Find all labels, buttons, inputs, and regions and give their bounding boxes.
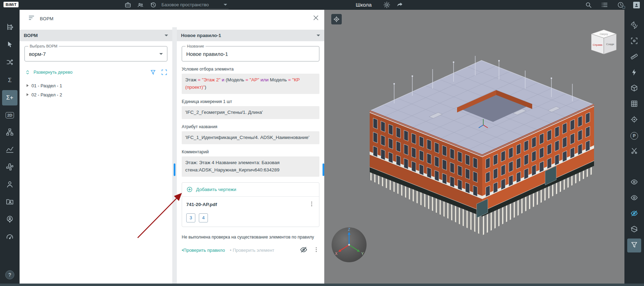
rule-section-title: Новое правило-1 xyxy=(181,33,221,38)
tool-filter[interactable] xyxy=(627,239,641,252)
tool-quick-measure[interactable] xyxy=(627,66,641,80)
comment-value: Этаж: Этаж 4 Название элемента: Базовая … xyxy=(182,156,319,177)
tool-focus[interactable] xyxy=(627,113,641,127)
plan-icon: P xyxy=(630,132,638,140)
tool-measure[interactable] xyxy=(627,50,641,64)
view-cube[interactable]: Справа Сзади Сверху xyxy=(589,28,619,58)
tree-item[interactable]: 01 - Раздел - 1 xyxy=(24,81,167,90)
actions-kebab-menu-icon[interactable] xyxy=(313,247,319,254)
tool-structure[interactable] xyxy=(2,125,17,140)
model-tree-icon xyxy=(6,23,14,33)
account-user-icon[interactable] xyxy=(633,2,640,8)
axis-z-label: Z xyxy=(348,228,350,232)
select-icon xyxy=(6,41,14,50)
rule-name-input[interactable] xyxy=(186,51,315,57)
history-icon[interactable] xyxy=(150,1,157,8)
condition-box: Этаж = "Этаж 2" и (Модель = "АР" или Мод… xyxy=(182,74,319,94)
page-chip[interactable]: 3 xyxy=(186,213,195,222)
workspace-select[interactable]: Базовое пространство xyxy=(160,1,229,9)
graphs-icon xyxy=(6,145,14,155)
attribute-value: 'IFC_1_Идентификация_Стены/4. ADSK_Наиме… xyxy=(182,131,319,144)
model-icon xyxy=(630,84,638,93)
settings-gear-icon[interactable] xyxy=(383,1,391,9)
search-icon[interactable] xyxy=(585,1,592,8)
expand-arrow-icon xyxy=(27,84,29,87)
tool-section-cut[interactable] xyxy=(627,145,641,159)
tool-visibility-off[interactable] xyxy=(627,207,641,221)
vorm-select-label: Выбрать ВОРМ xyxy=(28,44,59,48)
fit-frame-icon[interactable] xyxy=(161,69,167,75)
drawing-file-name[interactable]: 741-20-АР.pdf xyxy=(186,202,217,207)
vorm-section-title: ВОРМ xyxy=(24,33,38,38)
chevron-down-icon xyxy=(165,35,168,36)
tool-users[interactable] xyxy=(2,177,17,193)
rule-section-header[interactable]: Новое правило-1 xyxy=(177,30,324,41)
tool-orbit[interactable] xyxy=(627,19,641,33)
tool-model[interactable] xyxy=(627,82,641,96)
panel-menu-icon[interactable] xyxy=(28,14,35,23)
recent-icon[interactable] xyxy=(617,1,624,8)
tool-view-2d[interactable]: 2D xyxy=(2,108,17,123)
tool-clip-box[interactable] xyxy=(627,223,641,237)
team-icon[interactable] xyxy=(137,1,144,8)
panel-divider[interactable] xyxy=(172,27,177,284)
zoom-extents-button[interactable] xyxy=(331,14,342,24)
connections-icon xyxy=(6,58,14,68)
list-menu-icon[interactable] xyxy=(601,1,608,8)
add-drawings-button[interactable]: Добавить чертежи xyxy=(182,183,319,197)
chevron-down-icon xyxy=(224,4,227,6)
tree-item[interactable]: 02 - Раздел - 2 xyxy=(24,90,167,99)
project-title: Школа xyxy=(356,2,372,8)
tool-visibility-2[interactable] xyxy=(627,191,641,205)
close-icon[interactable] xyxy=(312,14,319,23)
tool-frame[interactable] xyxy=(627,35,641,49)
help-button[interactable]: ? xyxy=(5,270,14,279)
tool-grid[interactable] xyxy=(627,97,641,111)
tool-visibility-1[interactable] xyxy=(627,176,641,190)
visibility-off-icon xyxy=(630,210,638,219)
tree-item-label: 02 - Раздел - 2 xyxy=(31,92,62,97)
frame-icon xyxy=(630,37,638,46)
tool-plugins[interactable] xyxy=(2,160,17,175)
cube-face-right-label: Сзади xyxy=(606,43,614,46)
share-icon[interactable] xyxy=(396,1,404,9)
cube-face-left-label: Справа xyxy=(593,43,602,46)
workspace-value: Базовое пространство xyxy=(161,2,209,7)
unfold-tree-icon[interactable] xyxy=(24,69,31,75)
filter-icon[interactable] xyxy=(150,69,156,75)
tool-shared-folder[interactable] xyxy=(2,195,17,210)
vorm-section-header[interactable]: ВОРМ xyxy=(20,30,172,41)
focus-extents-icon xyxy=(333,16,340,23)
app-logo[interactable]: BiMiT xyxy=(3,2,19,7)
tool-connections[interactable] xyxy=(2,55,17,71)
tool-sum-plus[interactable]: Σ+ xyxy=(2,90,17,105)
panel-resize-handle[interactable] xyxy=(174,163,175,176)
drawings-card: Добавить чертежи 741-20-АР.pdf 3 4 xyxy=(182,182,319,227)
focus-icon xyxy=(630,116,638,125)
panel-resize-handle[interactable] xyxy=(323,163,324,176)
expand-tree-link[interactable]: Развернуть дерево xyxy=(34,70,72,75)
viewport-3d[interactable]: Справа Сзади Сверху Z xyxy=(324,10,624,284)
rule-warning-text: Не выполнена проверка на существование э… xyxy=(182,235,319,240)
tool-sum[interactable]: Σ xyxy=(2,73,17,88)
visibility-off-icon[interactable] xyxy=(300,246,307,255)
tool-model-tree[interactable] xyxy=(2,20,17,36)
check-rule-link[interactable]: •Проверить правило xyxy=(182,248,225,253)
tool-plan[interactable]: P xyxy=(627,129,641,143)
page-chip[interactable]: 4 xyxy=(199,213,208,222)
tool-dashboard[interactable] xyxy=(2,230,17,245)
visibility-2-icon xyxy=(630,194,638,203)
chevron-down-icon xyxy=(159,53,163,55)
measure-icon xyxy=(630,53,638,62)
rule-name-field: Название xyxy=(182,46,319,61)
tool-user-pin[interactable] xyxy=(2,212,17,228)
drawing-kebab-menu-icon[interactable] xyxy=(309,201,315,208)
vorm-select[interactable]: Выбрать ВОРМ ворм-7 xyxy=(24,46,167,61)
projects-icon[interactable] xyxy=(124,1,131,8)
expand-arrow-icon xyxy=(27,93,29,96)
axis-x-label: X xyxy=(335,252,338,256)
tool-graphs[interactable] xyxy=(2,142,17,158)
clip-box-icon xyxy=(630,225,638,234)
orbit-navigation-ball[interactable]: Z X Y xyxy=(331,226,368,263)
tool-select[interactable] xyxy=(2,38,17,53)
